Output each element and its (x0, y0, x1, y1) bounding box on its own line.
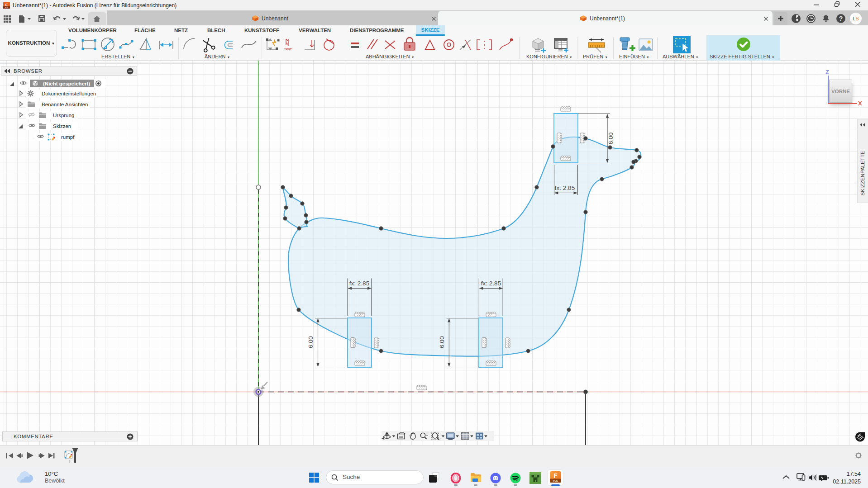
svg-text:fx: 2.85: fx: 2.85 (555, 185, 575, 191)
svg-text:6.00: 6.00 (307, 336, 314, 348)
svg-text:F: F (553, 472, 558, 479)
svg-text:fx: 2.85: fx: 2.85 (481, 280, 501, 287)
svg-text:FUS: FUS (5, 7, 9, 9)
svg-text:6.00: 6.00 (439, 336, 445, 348)
svg-text:LS: LS (853, 16, 858, 21)
svg-text:fx: 2.85: fx: 2.85 (349, 280, 369, 287)
svg-text:F: F (5, 3, 8, 7)
svg-text:FUS: FUS (553, 479, 558, 482)
svg-text:6.00: 6.00 (607, 133, 614, 144)
svg-text:?: ? (839, 15, 843, 22)
